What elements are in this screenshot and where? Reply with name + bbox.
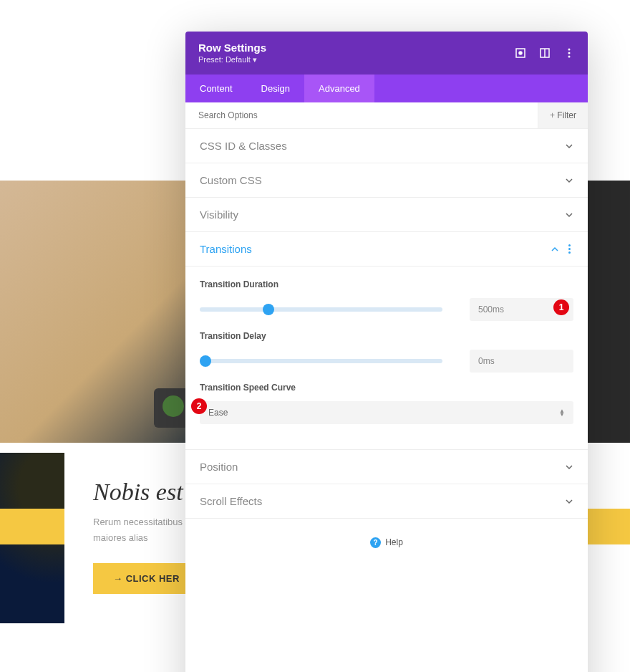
section-visibility[interactable]: Visibility	[185, 198, 588, 232]
row-settings-modal: Row Settings Preset: Default ▾ Content D…	[185, 32, 588, 672]
delay-input[interactable]	[470, 350, 573, 373]
transitions-body: Transition Duration 1 Transition Delay T…	[185, 267, 588, 437]
tab-advanced[interactable]: Advanced	[304, 75, 374, 102]
duration-label: Transition Duration	[200, 279, 573, 289]
transition-duration-field: Transition Duration 1	[200, 279, 573, 321]
help-icon: ?	[370, 537, 381, 548]
annotation-badge-1: 1	[553, 299, 569, 315]
section-transitions[interactable]: Transitions	[185, 232, 588, 267]
search-input[interactable]	[185, 102, 538, 128]
help-row[interactable]: ?Help	[185, 519, 588, 567]
chevron-up-icon	[551, 245, 559, 254]
chevron-down-icon	[565, 463, 573, 471]
transition-delay-field: Transition Delay	[200, 331, 573, 373]
curve-label: Transition Speed Curve	[200, 383, 573, 393]
settings-tabs: Content Design Advanced	[185, 75, 588, 102]
chevron-down-icon	[565, 176, 573, 185]
tab-content[interactable]: Content	[185, 75, 247, 102]
delay-slider[interactable]	[200, 359, 442, 363]
slider-thumb[interactable]	[200, 355, 211, 367]
expand-icon[interactable]	[515, 47, 526, 59]
chevron-down-icon	[565, 497, 573, 506]
tab-design[interactable]: Design	[247, 75, 304, 102]
filter-button[interactable]: Filter	[538, 102, 588, 128]
svg-point-4	[568, 49, 571, 51]
chevron-down-icon	[565, 211, 573, 219]
section-css-id[interactable]: CSS ID & Classes	[185, 129, 588, 163]
cta-button[interactable]: CLICK HER	[93, 563, 200, 594]
slider-thumb[interactable]	[263, 304, 274, 315]
delay-label: Transition Delay	[200, 331, 573, 341]
modal-title: Row Settings	[198, 42, 266, 54]
section-position[interactable]: Position	[185, 450, 588, 484]
curve-select[interactable]: Ease ▲▼	[200, 401, 573, 424]
chevron-down-icon	[565, 142, 573, 150]
select-arrows-icon: ▲▼	[559, 409, 565, 416]
kebab-menu-icon[interactable]	[563, 47, 575, 59]
annotation-badge-2: 2	[191, 398, 207, 414]
section-custom-css[interactable]: Custom CSS	[185, 163, 588, 198]
transition-curve-field: Transition Speed Curve Ease ▲▼ 2	[200, 383, 573, 424]
modal-header: Row Settings Preset: Default ▾	[185, 32, 588, 75]
svg-point-5	[568, 52, 571, 54]
preset-dropdown[interactable]: Preset: Default ▾	[198, 55, 266, 64]
section-menu-icon[interactable]	[565, 244, 573, 254]
section-scroll-effects[interactable]: Scroll Effects	[185, 484, 588, 519]
columns-icon[interactable]	[539, 47, 551, 59]
svg-point-6	[568, 56, 571, 58]
svg-point-1	[519, 52, 522, 54]
duration-slider[interactable]	[200, 307, 442, 312]
search-row: Filter	[185, 102, 588, 129]
